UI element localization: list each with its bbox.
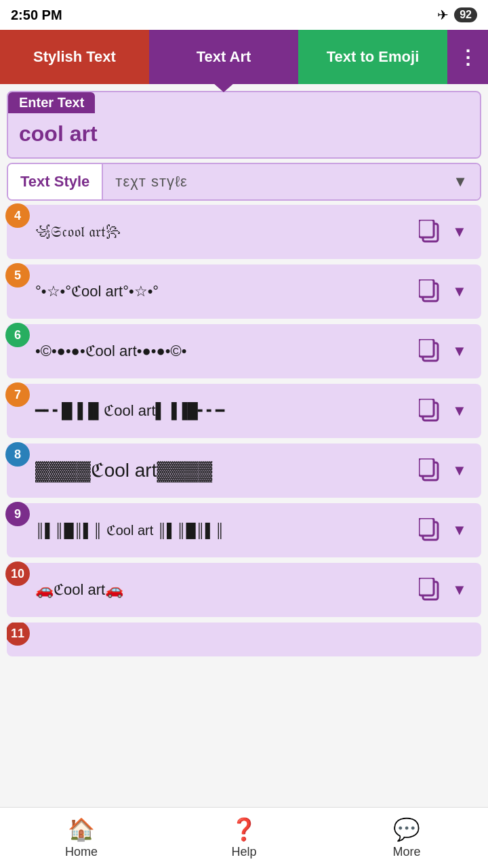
copy-icon-6 [419, 339, 441, 363]
bottom-nav: 🏠 Home ❓ Help 💬 More [0, 807, 488, 868]
expand-button-6[interactable]: ▼ [447, 336, 472, 366]
home-icon: 🏠 [68, 816, 95, 842]
tab-bar: Stylish Text Text Art Text to Emoji ⋮ [0, 30, 488, 84]
row-number-4: 4 [5, 203, 30, 228]
row-number-6: 6 [5, 323, 30, 347]
chevron-down-icon: ▼ [453, 173, 468, 191]
battery-badge: 92 [454, 7, 477, 22]
row-actions-9: ▼ [415, 515, 472, 545]
expand-button-4[interactable]: ▼ [447, 217, 472, 247]
result-text-7: ━╸╸█▐▐▌ℭool art▌▐▐█╸╸━ [16, 401, 415, 422]
style-label: Text Style [8, 164, 103, 199]
airplane-icon: ✈ [437, 7, 449, 23]
svg-rect-13 [419, 578, 434, 595]
tab-more[interactable]: ⋮ [447, 30, 488, 84]
row-actions-4: ▼ [415, 217, 472, 247]
result-row: 7 ━╸╸█▐▐▌ℭool art▌▐▐█╸╸━ ▼ [7, 384, 481, 438]
copy-button-5[interactable] [415, 277, 445, 307]
result-row: 4 ꧁𝔖𝔠𝔬𝔬𝔩 𝔞𝔯𝔱꧂ ▼ [7, 205, 481, 259]
row-number-10: 10 [5, 561, 30, 586]
result-text-8: ▓▓▓▓ℭool art▓▓▓▓ [16, 457, 415, 484]
expand-button-5[interactable]: ▼ [447, 277, 472, 307]
result-text-5: °•☆•°ℭool art°•☆•° [16, 281, 415, 302]
input-section: Enter Text [7, 91, 481, 159]
style-dropdown[interactable]: тεχт sтγℓε ▼ [103, 164, 480, 199]
nav-more[interactable]: 💬 More [325, 808, 488, 868]
result-text-4: ꧁𝔖𝔠𝔬𝔬𝔩 𝔞𝔯𝔱꧂ [16, 222, 415, 243]
copy-icon-8 [419, 458, 441, 483]
result-row: 6 •©•●•●•ℭool art•●•●•©• ▼ [7, 324, 481, 378]
copy-icon-9 [419, 518, 441, 542]
copy-icon-5 [419, 279, 441, 304]
row-actions-6: ▼ [415, 336, 472, 366]
row-actions-8: ▼ [415, 456, 472, 486]
style-dropdown-text: тεχт sтγℓε [115, 173, 188, 191]
input-label: Enter Text [8, 92, 95, 113]
nav-home[interactable]: 🏠 Home [0, 808, 163, 868]
help-icon: ❓ [230, 816, 258, 842]
result-row: 9 ║▌║█║▌║ ℭool art ║▌║█║▌║ ▼ [7, 503, 481, 557]
svg-rect-9 [419, 458, 434, 476]
tab-art[interactable]: Text Art [149, 30, 298, 84]
nav-help[interactable]: ❓ Help [163, 808, 325, 868]
result-text-6: •©•●•●•ℭool art•●•●•©• [16, 341, 415, 362]
copy-button-8[interactable] [415, 456, 445, 486]
svg-rect-11 [419, 518, 434, 536]
row-number-7: 7 [5, 382, 30, 407]
nav-more-label: More [392, 845, 420, 859]
row-actions-7: ▼ [415, 396, 472, 426]
status-time: 2:50 PM [11, 7, 62, 23]
result-text-10: 🚗ℭool art🚗 [16, 580, 415, 601]
row-number-8: 8 [5, 442, 30, 467]
tab-stylish[interactable]: Stylish Text [0, 30, 149, 84]
result-row: 10 🚗ℭool art🚗 ▼ [7, 563, 481, 617]
nav-home-label: Home [65, 845, 98, 859]
result-row: 11 [7, 623, 481, 656]
copy-icon-10 [419, 578, 441, 602]
row-number-9: 9 [5, 502, 30, 526]
status-bar: 2:50 PM ✈ 92 [0, 0, 488, 30]
copy-button-10[interactable] [415, 575, 445, 605]
expand-button-7[interactable]: ▼ [447, 396, 472, 426]
copy-icon-7 [419, 399, 441, 423]
row-actions-10: ▼ [415, 575, 472, 605]
copy-button-9[interactable] [415, 515, 445, 545]
text-input[interactable] [8, 113, 480, 157]
more-icon: 💬 [393, 816, 420, 842]
svg-rect-5 [419, 339, 434, 357]
expand-button-8[interactable]: ▼ [447, 456, 472, 486]
result-row: 8 ▓▓▓▓ℭool art▓▓▓▓ ▼ [7, 443, 481, 498]
copy-button-7[interactable] [415, 396, 445, 426]
nav-help-label: Help [231, 845, 256, 859]
row-actions-5: ▼ [415, 277, 472, 307]
copy-button-4[interactable] [415, 217, 445, 247]
status-icons: ✈ 92 [437, 7, 477, 23]
copy-icon-4 [419, 220, 441, 244]
results-container: 4 ꧁𝔖𝔠𝔬𝔬𝔩 𝔞𝔯𝔱꧂ ▼ 5 °•☆•°ℭool art°•☆•° [7, 205, 481, 656]
svg-rect-7 [419, 399, 434, 416]
result-text-9: ║▌║█║▌║ ℭool art ║▌║█║▌║ [16, 521, 415, 540]
expand-button-10[interactable]: ▼ [447, 575, 472, 605]
style-selector: Text Style тεχт sтγℓε ▼ [7, 163, 481, 201]
row-number-11: 11 [7, 623, 30, 646]
tab-emoji[interactable]: Text to Emoji [298, 30, 447, 84]
svg-rect-3 [419, 279, 434, 297]
result-row: 5 °•☆•°ℭool art°•☆•° ▼ [7, 264, 481, 319]
svg-rect-1 [419, 220, 434, 237]
expand-button-9[interactable]: ▼ [447, 515, 472, 545]
row-number-5: 5 [5, 263, 30, 288]
copy-button-6[interactable] [415, 336, 445, 366]
